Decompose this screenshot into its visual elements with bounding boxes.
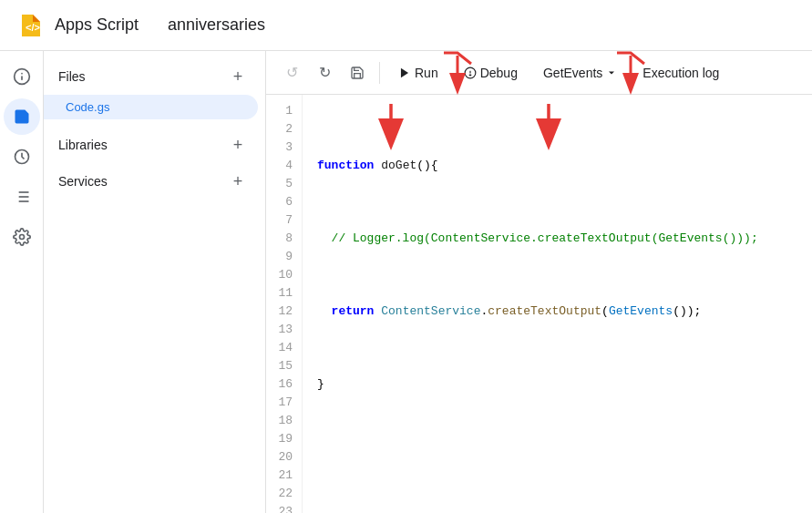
header: </> Apps Script anniversaries [0, 0, 812, 51]
ln-16: 16 [266, 375, 302, 394]
ln-7: 7 [266, 211, 302, 230]
ln-6: 6 [266, 193, 302, 211]
svg-text:</>: </> [26, 22, 40, 33]
ln-5: 5 [266, 175, 302, 193]
code-line-1: function doGet(){ [317, 157, 812, 175]
code-editor[interactable]: 1 2 3 4 5 6 7 8 9 10 11 12 13 14 15 16 1… [266, 95, 812, 513]
app-title: Apps Script [55, 15, 139, 35]
files-label: Files [58, 69, 86, 84]
ln-2: 2 [266, 120, 302, 139]
code-line-2: // Logger.log(ContentService.createTextO… [317, 230, 812, 248]
code-line-5 [317, 448, 812, 467]
svg-marker-13 [401, 67, 408, 77]
code-line-3: return ContentService.createTextOutput(G… [317, 303, 812, 321]
debug-label: Debug [480, 66, 518, 80]
ln-3: 3 [266, 139, 302, 157]
ln-19: 19 [266, 430, 302, 448]
ln-20: 20 [266, 448, 302, 467]
execlog-button[interactable]: Execution log [632, 60, 730, 86]
services-label: Services [58, 174, 108, 189]
services-section[interactable]: Services + [44, 163, 265, 200]
line-numbers: 1 2 3 4 5 6 7 8 9 10 11 12 13 14 15 16 1… [266, 95, 303, 513]
ln-4: 4 [266, 157, 302, 175]
add-file-btn[interactable]: + [225, 64, 251, 89]
ln-8: 8 [266, 230, 302, 248]
libraries-label: Libraries [58, 138, 108, 152]
main-layout: Files + Code.gs Libraries + Services + ↺… [0, 51, 812, 513]
add-service-btn[interactable]: + [225, 169, 251, 194]
clock-icon-btn[interactable] [4, 139, 40, 175]
sidebar: Files + Code.gs Libraries + Services + [44, 51, 266, 513]
ln-12: 12 [266, 303, 302, 321]
ln-22: 22 [266, 485, 302, 503]
code-line-4: } [317, 375, 812, 394]
ln-9: 9 [266, 248, 302, 266]
toolbar: ↺ ↻ Run Debug GetEvents Execution log [266, 51, 812, 95]
function-select-button[interactable]: GetEvents [532, 60, 628, 86]
settings-icon-btn[interactable] [4, 219, 40, 255]
ln-18: 18 [266, 412, 302, 430]
function-select-label: GetEvents [543, 66, 602, 80]
file-item-code-gs[interactable]: Code.gs [44, 95, 258, 119]
editor-container: ↺ ↻ Run Debug GetEvents Execution log [266, 51, 812, 513]
libraries-section[interactable]: Libraries + [44, 127, 265, 163]
logo-icon: </> [15, 9, 47, 42]
ln-14: 14 [266, 339, 302, 357]
files-icon-btn[interactable] [4, 98, 40, 135]
ln-15: 15 [266, 357, 302, 375]
ln-11: 11 [266, 284, 302, 303]
undo-button[interactable]: ↺ [277, 58, 306, 87]
info-icon-btn[interactable] [4, 58, 40, 95]
execlog-label: Execution log [642, 66, 719, 80]
code-content[interactable]: function doGet(){ // Logger.log(ContentS… [303, 95, 812, 513]
save-button[interactable] [343, 58, 372, 87]
svg-point-12 [19, 235, 24, 240]
ln-1: 1 [266, 102, 302, 120]
icon-bar [0, 51, 44, 513]
debug-button[interactable]: Debug [453, 60, 529, 86]
separator-1 [379, 62, 380, 84]
file-name-code-gs: Code.gs [66, 100, 109, 114]
files-section[interactable]: Files + [44, 58, 265, 95]
ln-17: 17 [266, 394, 302, 412]
project-name: anniversaries [168, 15, 265, 35]
add-library-btn[interactable]: + [225, 132, 251, 158]
app-logo: </> Apps Script [15, 9, 139, 42]
redo-button[interactable]: ↻ [310, 58, 339, 87]
ln-23: 23 [266, 503, 302, 513]
run-label: Run [415, 66, 438, 80]
ln-21: 21 [266, 467, 302, 485]
ln-13: 13 [266, 321, 302, 339]
run-button[interactable]: Run [387, 60, 449, 86]
ln-10: 10 [266, 266, 302, 284]
list-icon-btn[interactable] [4, 179, 40, 215]
